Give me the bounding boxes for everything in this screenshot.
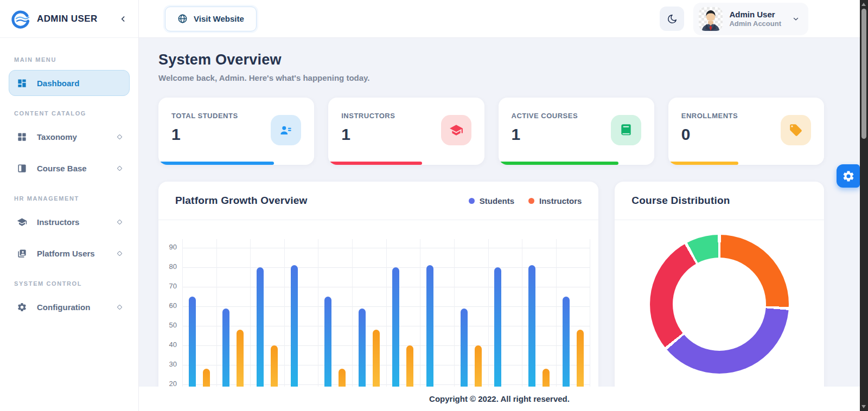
page-subtitle: Welcome back, Admin. Here's what's happe… (158, 73, 824, 82)
sidebar-item-label: Course Base (37, 164, 87, 173)
tag-icon (781, 115, 811, 145)
section-label-content-catalog: CONTENT CATALOG (14, 110, 124, 117)
y-axis-tick-label: 70 (161, 282, 177, 290)
stat-card-enrollments: ENROLLMENTS 0 (668, 98, 824, 165)
section-label-main-menu: MAIN MENU (14, 56, 124, 63)
donut-chart (650, 235, 789, 374)
expand-diamond-icon (117, 134, 123, 139)
gear-icon (17, 302, 27, 312)
bar-group (488, 239, 522, 411)
stat-accent-bar (328, 162, 422, 165)
brand-title: ADMIN USER (37, 14, 98, 24)
sidebar-item-instructors[interactable]: Instructors (9, 209, 130, 235)
sidebar-item-dashboard[interactable]: Dashboard (9, 70, 130, 96)
footer: Copyright © 2022. All right reserved. (139, 387, 860, 411)
visit-website-label: Visit Website (194, 14, 244, 23)
sidebar-item-platform-users[interactable]: Platform Users (9, 240, 130, 266)
sidebar-menu: MAIN MENU Dashboard CONTENT CATALOG Taxo… (0, 38, 138, 330)
scrollbar-thumb[interactable] (861, 9, 866, 139)
bar-group (420, 239, 454, 411)
gear-icon (842, 170, 855, 183)
y-axis-tick-label: 30 (161, 360, 177, 368)
chevron-down-icon (792, 15, 800, 23)
logo-row: ADMIN USER (0, 0, 138, 38)
stats-row: TOTAL STUDENTS 1 INSTRUCTORS 1 ACTIVE CO… (158, 98, 824, 165)
graduation-cap-icon (17, 217, 27, 227)
stat-card-total-students: TOTAL STUDENTS 1 (158, 98, 314, 165)
sidebar-item-course-base[interactable]: Course Base (9, 155, 130, 181)
stat-accent-bar (668, 162, 738, 165)
chart-title: Course Distribution (631, 195, 730, 207)
bar-group (250, 239, 284, 411)
brand-logo-icon (11, 9, 30, 29)
sidebar-item-label: Dashboard (37, 79, 79, 88)
expand-diamond-icon (117, 304, 123, 310)
bar-group (318, 239, 352, 411)
bar-group (352, 239, 386, 411)
visit-website-button[interactable]: Visit Website (165, 7, 257, 31)
sidebar-item-configuration[interactable]: Configuration (9, 294, 130, 320)
tag-icon (789, 123, 803, 137)
user-name: Admin User (729, 10, 781, 20)
bar-group (284, 239, 318, 411)
topbar: Visit Website Admin User Admin Account (139, 0, 860, 38)
chart-legend: Students Instructors (469, 196, 582, 206)
stat-accent-bar (499, 162, 618, 165)
stat-card-instructors: INSTRUCTORS 1 (328, 98, 484, 165)
dark-mode-toggle[interactable] (660, 7, 684, 31)
sidebar-item-label: Taxonomy (37, 132, 77, 142)
user-menu[interactable]: Admin User Admin Account (693, 3, 808, 35)
scrollbar-up-arrow[interactable] (861, 3, 866, 6)
bar-group (182, 239, 216, 411)
settings-fab[interactable] (837, 164, 860, 188)
stat-accent-bar (158, 162, 274, 165)
page-title: System Overview (158, 52, 824, 68)
globe-icon (177, 14, 188, 24)
legend-item-instructors[interactable]: Instructors (528, 196, 582, 206)
student-list-icon (279, 123, 293, 137)
bars (182, 239, 590, 411)
grid-icon (17, 132, 27, 142)
copyright-text: Copyright © 2022. All right reserved. (429, 394, 570, 403)
legend-item-students[interactable]: Students (469, 196, 514, 206)
stat-card-active-courses: ACTIVE COURSES 1 (499, 98, 654, 165)
student-list-icon (271, 115, 301, 145)
graduation-cap-icon (449, 123, 463, 137)
user-role: Admin Account (729, 20, 781, 28)
y-axis-tick-label: 80 (161, 262, 177, 271)
platform-growth-card: Platform Growth Overview Students Instru… (158, 182, 598, 411)
sidebar-item-taxonomy[interactable]: Taxonomy (9, 124, 130, 150)
section-label-hr-management: HR MANAGEMENT (14, 195, 124, 202)
bar-group (454, 239, 488, 411)
charts-row: Platform Growth Overview Students Instru… (158, 182, 824, 411)
avatar (699, 7, 723, 31)
scrollbar-down-arrow[interactable] (861, 405, 866, 408)
expand-diamond-icon (117, 165, 123, 171)
section-label-system-control: SYSTEM CONTROL (14, 280, 124, 287)
y-axis-tick-label: 60 (161, 301, 177, 310)
graduation-cap-icon (441, 115, 471, 145)
legend-dot (469, 198, 475, 204)
bar-group (216, 239, 251, 411)
dashboard-icon (17, 78, 27, 88)
bar-chart-plot: 9080706050403020 (182, 239, 590, 411)
sidebar-item-label: Platform Users (37, 249, 95, 258)
sidebar: ADMIN USER MAIN MENU Dashboard CONTENT C… (0, 0, 139, 411)
reader-icon (17, 163, 27, 174)
bar-group (522, 239, 556, 411)
y-axis-tick-label: 90 (161, 243, 177, 251)
book-icon (611, 115, 641, 145)
gridline (590, 239, 590, 411)
main-content: System Overview Welcome back, Admin. Her… (139, 38, 860, 411)
y-axis-tick-label: 40 (161, 341, 177, 349)
user-card-icon (17, 248, 27, 259)
expand-diamond-icon (117, 219, 123, 224)
expand-diamond-icon (117, 251, 123, 256)
course-distribution-card: Course Distribution (615, 182, 824, 411)
chart-title: Platform Growth Overview (175, 195, 307, 207)
page-scrollbar[interactable] (860, 0, 868, 411)
legend-dot (528, 198, 534, 204)
sidebar-item-label: Configuration (37, 303, 90, 312)
sidebar-collapse-icon[interactable] (119, 15, 127, 23)
bar-group (386, 239, 420, 411)
